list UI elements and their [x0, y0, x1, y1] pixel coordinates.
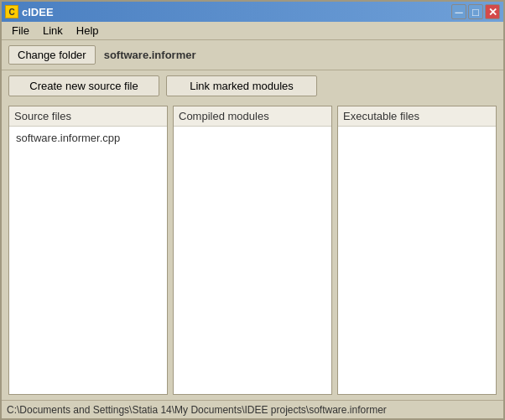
- source-files-header: Source files: [9, 106, 167, 127]
- minimize-button[interactable]: ─: [451, 4, 466, 19]
- close-button[interactable]: ✕: [485, 4, 500, 19]
- executable-files-panel: Executable files: [337, 106, 497, 395]
- title-bar: C cIDEE ─ □ ✕: [2, 2, 503, 22]
- executable-files-header: Executable files: [338, 106, 496, 127]
- compiled-modules-content: [174, 127, 331, 394]
- title-controls: ─ □ ✕: [451, 4, 500, 19]
- current-folder-label: software.informer: [104, 49, 196, 61]
- status-bar: C:\Documents and Settings\Statia 14\My D…: [2, 400, 503, 418]
- create-source-button[interactable]: Create new source file: [8, 75, 159, 96]
- main-window: C cIDEE ─ □ ✕ File Link Help Change fold…: [0, 0, 505, 420]
- window-title: cIDEE: [22, 6, 54, 18]
- menu-bar: File Link Help: [2, 22, 503, 40]
- app-icon: C: [5, 5, 18, 18]
- action-bar: Create new source file Link marked modul…: [2, 70, 503, 101]
- source-files-content: software.informer.cpp: [9, 127, 167, 394]
- compiled-modules-panel: Compiled modules: [173, 106, 332, 395]
- source-files-panel: Source files software.informer.cpp: [8, 106, 168, 395]
- maximize-button[interactable]: □: [468, 4, 483, 19]
- compiled-modules-header: Compiled modules: [174, 106, 331, 127]
- toolbar: Change folder software.informer: [2, 40, 503, 70]
- executable-files-content: [338, 127, 496, 394]
- menu-file[interactable]: File: [5, 23, 36, 39]
- source-file-item[interactable]: software.informer.cpp: [14, 130, 162, 146]
- menu-link[interactable]: Link: [36, 23, 70, 39]
- status-path: C:\Documents and Settings\Statia 14\My D…: [7, 404, 387, 416]
- title-bar-left: C cIDEE: [5, 5, 54, 18]
- menu-help[interactable]: Help: [70, 23, 106, 39]
- panels-area: Source files software.informer.cpp Compi…: [2, 101, 503, 400]
- change-folder-button[interactable]: Change folder: [8, 45, 96, 65]
- link-modules-button[interactable]: Link marked modules: [166, 75, 317, 96]
